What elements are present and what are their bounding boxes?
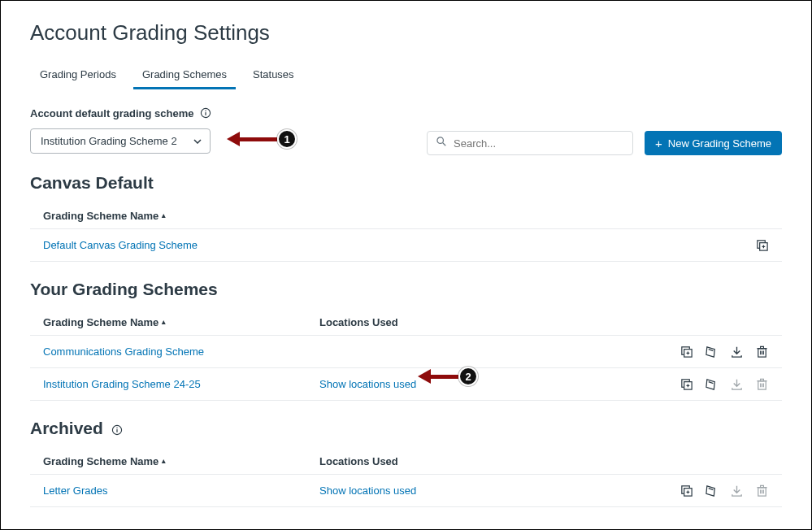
svg-rect-41 bbox=[761, 485, 764, 487]
svg-rect-33 bbox=[116, 428, 117, 428]
chevron-down-icon bbox=[193, 136, 202, 146]
svg-rect-27 bbox=[761, 379, 764, 380]
trash-icon bbox=[755, 484, 769, 497]
col-locations: Locations Used bbox=[319, 455, 769, 467]
table-header-canvas: Grading Scheme Name▴ bbox=[30, 202, 782, 228]
duplicate-icon[interactable] bbox=[680, 345, 693, 358]
scheme-link-communications[interactable]: Communications Grading Scheme bbox=[43, 345, 319, 358]
sort-asc-icon: ▴ bbox=[162, 211, 166, 219]
default-scheme-label: Account default grading scheme bbox=[30, 106, 782, 119]
show-locations-link[interactable]: Show locations used bbox=[319, 378, 680, 390]
page-title: Account Grading Settings bbox=[30, 20, 811, 46]
download-icon bbox=[730, 377, 744, 391]
svg-point-3 bbox=[437, 137, 444, 144]
scheme-link-letter-grades[interactable]: Letter Grades bbox=[43, 484, 319, 497]
col-name[interactable]: Grading Scheme Name▴ bbox=[43, 316, 319, 328]
search-box[interactable] bbox=[427, 131, 633, 155]
tab-grading-schemes[interactable]: Grading Schemes bbox=[141, 63, 228, 89]
duplicate-icon[interactable] bbox=[680, 484, 693, 497]
table-header-yours: Grading Scheme Name▴ Locations Used bbox=[30, 309, 782, 335]
scheme-link-default-canvas[interactable]: Default Canvas Grading Scheme bbox=[43, 239, 319, 251]
table-row: Letter Grades Show locations used bbox=[30, 474, 782, 507]
download-icon[interactable] bbox=[730, 345, 744, 358]
svg-line-38 bbox=[709, 489, 714, 490]
search-input[interactable] bbox=[454, 137, 624, 150]
col-locations: Locations Used bbox=[319, 316, 769, 328]
trash-icon bbox=[755, 377, 769, 391]
svg-rect-32 bbox=[116, 429, 117, 432]
section-canvas-default-title: Canvas Default bbox=[30, 173, 782, 193]
section-archived-title: Archived bbox=[30, 419, 782, 438]
duplicate-icon[interactable] bbox=[680, 377, 693, 391]
default-scheme-value: Institution Grading Scheme 2 bbox=[41, 135, 177, 147]
table-row: Communications Grading Scheme bbox=[30, 335, 782, 368]
duplicate-icon[interactable] bbox=[755, 238, 769, 252]
scheme-link-institution-2425[interactable]: Institution Grading Scheme 24-25 bbox=[43, 378, 319, 390]
svg-line-13 bbox=[709, 350, 714, 351]
download-icon bbox=[730, 484, 744, 497]
new-scheme-label: New Grading Scheme bbox=[668, 137, 771, 150]
sort-asc-icon: ▴ bbox=[162, 318, 166, 326]
archive-icon[interactable] bbox=[705, 377, 719, 391]
svg-line-24 bbox=[709, 382, 714, 384]
tab-statuses[interactable]: Statuses bbox=[251, 63, 296, 89]
svg-line-4 bbox=[443, 143, 446, 146]
sort-asc-icon: ▴ bbox=[162, 457, 166, 465]
info-icon[interactable] bbox=[200, 107, 211, 119]
default-scheme-block: Account default grading scheme Instituti… bbox=[30, 106, 782, 155]
svg-rect-1 bbox=[206, 112, 206, 115]
archive-icon[interactable] bbox=[705, 345, 719, 358]
table-header-archived: Grading Scheme Name▴ Locations Used bbox=[30, 448, 782, 474]
table-row: Default Canvas Grading Scheme bbox=[30, 228, 782, 262]
show-locations-link[interactable]: Show locations used bbox=[319, 484, 680, 497]
new-scheme-button[interactable]: + New Grading Scheme bbox=[645, 131, 782, 155]
section-your-schemes-title: Your Grading Schemes bbox=[30, 280, 782, 299]
tab-grading-periods[interactable]: Grading Periods bbox=[38, 63, 118, 89]
table-row: Institution Grading Scheme 24-25 Show lo… bbox=[30, 368, 782, 401]
svg-rect-2 bbox=[206, 111, 206, 111]
archive-icon[interactable] bbox=[705, 484, 719, 497]
plus-icon: + bbox=[655, 137, 662, 150]
info-icon[interactable] bbox=[111, 424, 123, 436]
trash-icon[interactable] bbox=[755, 345, 769, 358]
tab-bar: Grading Periods Grading Schemes Statuses bbox=[38, 63, 811, 89]
col-name[interactable]: Grading Scheme Name▴ bbox=[43, 455, 319, 467]
col-name[interactable]: Grading Scheme Name▴ bbox=[43, 210, 319, 222]
search-icon bbox=[436, 136, 447, 150]
svg-rect-16 bbox=[761, 346, 764, 348]
default-scheme-dropdown[interactable]: Institution Grading Scheme 2 bbox=[30, 128, 211, 154]
